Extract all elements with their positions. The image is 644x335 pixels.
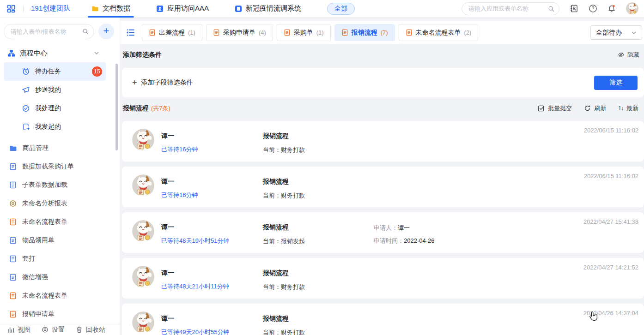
batch-submit-button[interactable]: 批量提交 — [538, 104, 572, 113]
sidebar-process-item[interactable]: 我发起的 — [4, 118, 106, 136]
task-waiting-time: 已等待16分钟 — [161, 191, 263, 199]
task-applicant-label: 申请人： — [374, 224, 398, 231]
divider — [23, 5, 24, 12]
avatar — [132, 174, 154, 197]
task-user-column: 谭一 已等待16分钟 — [161, 174, 263, 207]
doc-icon — [284, 29, 291, 36]
collapse-list-icon[interactable] — [126, 28, 135, 37]
task-row[interactable]: 谭一 已等待48天19小时51分钟 报销流程 当前：报销发起 申请人：谭一 申请… — [122, 212, 644, 253]
status-filter-select[interactable]: 全部待办 — [590, 25, 642, 40]
chart-icon — [7, 326, 14, 333]
task-row[interactable]: 谭一 已等待48天21小时11分钟 报销流程 当前：财务打款 2022/04/2… — [122, 258, 644, 299]
sidebar-form-item[interactable]: 微信增强 — [0, 268, 120, 287]
doc-icon — [341, 29, 348, 36]
workflow-tab[interactable]: 报销流程 (7) — [334, 24, 395, 41]
sidebar-process-item[interactable]: 抄送我的 — [4, 81, 106, 99]
topbar: 191创建团队 文档数据 应 — [0, 0, 644, 18]
avatar — [132, 220, 154, 242]
topbar-tab-label: 应用访问AAA — [167, 4, 209, 13]
hide-filter-button[interactable]: 隐藏 — [618, 51, 639, 59]
task-row[interactable]: 谭一 已等待49天20小时55分钟 报销流程 当前：财务打款 2022/04/2… — [122, 304, 644, 335]
chevron-down-icon — [94, 50, 99, 56]
sort-latest-button[interactable]: 1↓ 最新 — [618, 104, 638, 113]
chevron-down-icon — [631, 30, 637, 36]
contacts-icon[interactable] — [570, 4, 578, 13]
filter-card: + 添加字段筛选条件 筛选 — [122, 68, 644, 97]
task-list-header: 报销流程 (共7条) 批量提交 刷新 — [120, 97, 644, 119]
help-icon[interactable]: ? — [589, 4, 597, 13]
sidebar-footer-item[interactable]: 视图 — [7, 326, 30, 334]
notifications-bell-icon[interactable] — [608, 5, 616, 13]
doc-icon — [9, 237, 17, 244]
task-current-node: 当前：财务打款 — [263, 146, 374, 154]
task-user-name: 谭一 — [161, 315, 263, 323]
task-process-title: 报销流程 — [263, 269, 374, 277]
app-search-input[interactable] — [462, 2, 559, 15]
sidebar-form-item[interactable]: 未命名流程表单 — [0, 213, 120, 231]
filter-section-header: 添加筛选条件 隐藏 — [120, 44, 644, 65]
todo-count-badge: 15 — [92, 66, 102, 77]
task-user-name: 谭一 — [161, 178, 263, 186]
sidebar-footer-item[interactable]: 回收站 — [76, 326, 105, 334]
workflow-tab-label: 采购申请单 — [223, 29, 255, 37]
sidebar-form-item[interactable]: 商品管理 — [0, 139, 120, 157]
sidebar-footer-item[interactable]: 设置 — [42, 326, 65, 334]
sidebar-scrollbar[interactable] — [115, 64, 118, 150]
task-row[interactable]: 谭一 已等待16分钟 报销流程 当前：财务打款 2022/06/15 11:16… — [122, 121, 644, 162]
search-icon — [82, 28, 89, 35]
sidebar-form-item[interactable]: 未命名分析报表 — [0, 194, 120, 213]
topbar-tab[interactable]: 文档数据 — [91, 0, 130, 18]
sort-icon: 1↓ — [618, 105, 623, 112]
team-name[interactable]: 191创建团队 — [31, 4, 70, 13]
task-current-node: 当前：财务打款 — [263, 283, 374, 291]
task-process-title: 报销流程 — [263, 223, 374, 232]
refresh-button[interactable]: 刷新 — [584, 104, 606, 113]
plus-icon: + — [132, 78, 137, 87]
sidebar-item-label: 商品管理 — [23, 144, 49, 152]
sidebar-form-item[interactable]: 数据加载采购订单 — [0, 157, 120, 176]
process-center-group[interactable]: 流程中心 — [0, 44, 120, 62]
workflow-tab[interactable]: 未命名流程表单 (2) — [399, 24, 479, 41]
topbar-tab-label: 文档数据 — [103, 4, 130, 13]
workflow-tab-count: (7) — [381, 29, 388, 36]
gear-icon — [42, 326, 49, 333]
workflow-tab[interactable]: 采购申请单 (4) — [206, 24, 273, 41]
initiate-icon — [22, 123, 30, 131]
task-row[interactable]: 谭一 已等待16分钟 报销流程 当前：财务打款 2022/06/15 11:16… — [122, 167, 644, 207]
task-waiting-time: 已等待48天19小时51分钟 — [161, 237, 263, 245]
form-search — [4, 24, 94, 39]
task-applicant-value: 谭一 — [398, 224, 410, 231]
sidebar-form-item[interactable]: 套打 — [0, 250, 120, 268]
sidebar-form-item[interactable]: 子表单数据加载 — [0, 176, 120, 194]
add-form-button[interactable]: + — [98, 24, 114, 39]
sidebar-process-item[interactable]: 我处理的 — [4, 99, 106, 118]
workflow-tab-count: (1) — [316, 29, 324, 36]
user-avatar[interactable] — [626, 2, 638, 15]
all-pill-button[interactable]: 全部 — [327, 3, 355, 15]
workflow-tab[interactable]: 出差流程 (1) — [142, 24, 202, 41]
topbar-tab[interactable]: 应用访问AAA — [156, 0, 209, 18]
filter-submit-button[interactable]: 筛选 — [594, 76, 638, 90]
sidebar-item-label: 子表单数据加载 — [22, 181, 67, 189]
sidebar-form-item[interactable]: 物品领用单 — [0, 231, 120, 250]
add-filter-field-button[interactable]: + 添加字段筛选条件 — [132, 78, 193, 87]
form-search-input[interactable] — [4, 24, 94, 39]
apps-grid-icon[interactable] — [6, 4, 16, 13]
sidebar-process-item[interactable]: 待办任务 15 — [4, 62, 106, 81]
task-timestamp: 2022/06/15 11:16:02 — [584, 173, 638, 179]
task-process-title: 报销流程 — [263, 315, 374, 323]
topbar-tab-label: 新冠疫情流调系统 — [246, 4, 301, 13]
topbar-tab[interactable]: 新冠疫情流调系统 — [235, 0, 301, 18]
sidebar-item-label: 数据加载采购订单 — [22, 162, 74, 171]
avatar — [132, 266, 154, 288]
task-process-column: 报销流程 当前：财务打款 — [263, 266, 374, 299]
svg-text:?: ? — [592, 6, 595, 11]
task-current-node: 当前：财务打款 — [263, 329, 374, 335]
sidebar-form-item[interactable]: 未命名流程表单 — [0, 287, 120, 305]
task-timestamp: 2022/04/26 14:37:04 — [583, 310, 638, 317]
task-apply-time-row: 申请时间：2022-04-26 — [374, 237, 435, 245]
workflow-tab[interactable]: 采购单 (1) — [277, 24, 331, 41]
sidebar-form-item[interactable]: 报销申请单 — [0, 305, 120, 323]
app-root: 191创建团队 文档数据 应 — [0, 0, 644, 335]
clock-icon — [22, 68, 30, 75]
